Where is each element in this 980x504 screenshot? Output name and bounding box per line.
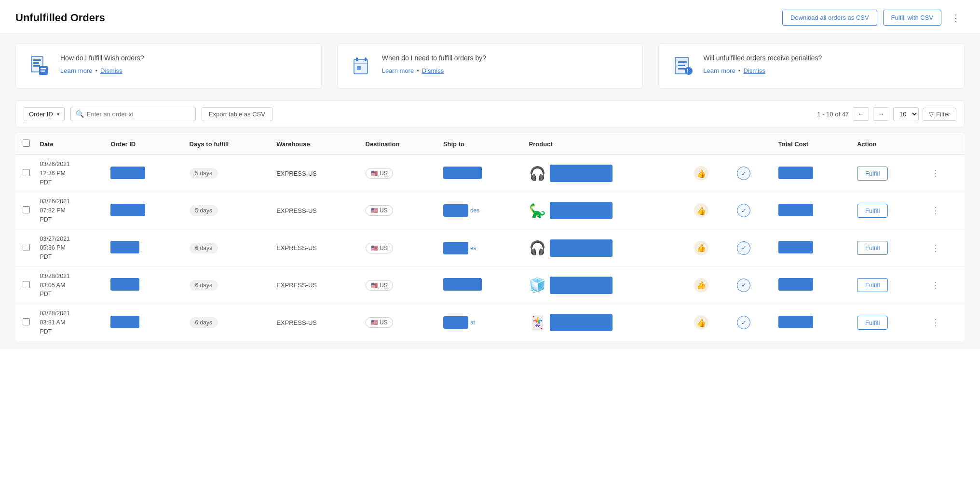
header-ship-to: Ship to bbox=[438, 134, 524, 155]
export-csv-button[interactable]: Export table as CSV bbox=[202, 107, 272, 121]
row3-check-icon[interactable]: ✓ bbox=[737, 241, 750, 255]
svg-rect-6 bbox=[41, 70, 45, 72]
svg-rect-1 bbox=[33, 59, 41, 61]
row3-thumb-icon[interactable]: 👍 bbox=[694, 241, 708, 255]
row5-thumb-icon[interactable]: 👍 bbox=[694, 315, 708, 330]
row1-checkbox[interactable] bbox=[23, 169, 30, 176]
row1-warehouse: EXPRESS-US bbox=[272, 154, 360, 192]
row5-ship-to: at bbox=[438, 304, 524, 341]
info-card-1-icon bbox=[27, 54, 53, 79]
info-card-3-dot: • bbox=[738, 67, 741, 74]
row3-warehouse-text: EXPRESS-US bbox=[276, 244, 317, 252]
row4-warehouse: EXPRESS-US bbox=[272, 266, 360, 304]
header-more-icon[interactable]: ⋮ bbox=[947, 10, 965, 26]
filter-button[interactable]: ▽ Filter bbox=[923, 108, 956, 121]
row4-order-id-block bbox=[110, 278, 139, 291]
info-card-2-learn-more[interactable]: Learn more bbox=[382, 67, 414, 74]
svg-rect-5 bbox=[41, 68, 46, 70]
row5-check-icon[interactable]: ✓ bbox=[737, 316, 750, 329]
row2-checkbox-cell bbox=[16, 192, 35, 229]
row5-more-icon[interactable]: ⋮ bbox=[929, 318, 942, 327]
row3-days: 6 days bbox=[185, 229, 272, 266]
row5-date: 03/28/202103:31 AMPDT bbox=[35, 304, 106, 341]
row5-fulfill-button[interactable]: Fulfill bbox=[857, 316, 888, 330]
row5-order-id bbox=[106, 304, 184, 341]
info-card-2: When do I need to fulfill orders by? Lea… bbox=[337, 43, 643, 89]
fulfill-csv-button[interactable]: Fulfill with CSV bbox=[883, 10, 941, 26]
svg-rect-2 bbox=[33, 62, 39, 64]
row3-more-icon[interactable]: ⋮ bbox=[929, 243, 942, 253]
row4-checkbox[interactable] bbox=[23, 281, 30, 288]
row1-ship-to-block bbox=[443, 167, 482, 179]
search-input[interactable] bbox=[87, 111, 191, 118]
svg-rect-14 bbox=[678, 65, 685, 66]
row1-order-id-block bbox=[110, 167, 145, 179]
row4-check-icon[interactable]: ✓ bbox=[737, 279, 750, 292]
row5-product: 🃏 bbox=[524, 304, 690, 341]
row1-thumb-icon[interactable]: 👍 bbox=[694, 166, 708, 181]
row2-cost bbox=[774, 192, 852, 229]
info-card-3-learn-more[interactable]: Learn more bbox=[703, 67, 735, 74]
select-all-checkbox[interactable] bbox=[23, 140, 30, 147]
row3-days-badge: 6 days bbox=[190, 243, 218, 253]
row5-ship-link[interactable]: at bbox=[470, 319, 475, 326]
row1-more-icon[interactable]: ⋮ bbox=[929, 168, 942, 178]
info-card-1-learn-more[interactable]: Learn more bbox=[60, 67, 92, 74]
row5-days: 6 days bbox=[185, 304, 272, 341]
row4-thumb-icon[interactable]: 👍 bbox=[694, 278, 708, 293]
info-card-3: ! Will unfulfilled orders receive penalt… bbox=[658, 43, 965, 89]
info-card-3-dismiss[interactable]: Dismiss bbox=[743, 67, 765, 74]
row4-more-icon[interactable]: ⋮ bbox=[929, 280, 942, 290]
row2-checkbox[interactable] bbox=[23, 206, 30, 213]
row3-fulfill-button[interactable]: Fulfill bbox=[857, 241, 888, 255]
row3-ship-to: es bbox=[438, 229, 524, 266]
order-id-filter[interactable]: Order ID ▾ bbox=[24, 107, 65, 121]
page-size-select[interactable]: 10 25 50 bbox=[893, 107, 919, 121]
info-card-1-content: How do I fulfill Wish orders? Learn more… bbox=[60, 54, 310, 74]
header-date: Date bbox=[35, 134, 106, 155]
download-csv-button[interactable]: Download all orders as CSV bbox=[782, 10, 877, 26]
row2-more-icon[interactable]: ⋮ bbox=[929, 206, 942, 215]
row2-fulfill-button[interactable]: Fulfill bbox=[857, 204, 888, 218]
row5-ship-block bbox=[443, 316, 468, 329]
info-card-2-dismiss[interactable]: Dismiss bbox=[422, 67, 444, 74]
search-icon: 🔍 bbox=[76, 110, 84, 118]
row2-days: 5 days bbox=[185, 192, 272, 229]
row3-action: Fulfill bbox=[852, 229, 925, 266]
header-product: Product bbox=[524, 134, 690, 155]
row4-fulfill-button[interactable]: Fulfill bbox=[857, 278, 888, 292]
row2-thumb-icon[interactable]: 👍 bbox=[694, 203, 708, 218]
header-order-id: Order ID bbox=[106, 134, 184, 155]
info-card-2-dot: • bbox=[417, 67, 419, 74]
row1-ship-to bbox=[438, 154, 524, 192]
row5-action: Fulfill bbox=[852, 304, 925, 341]
info-card-1-dismiss[interactable]: Dismiss bbox=[100, 67, 122, 74]
info-card-2-title: When do I need to fulfill orders by? bbox=[382, 54, 631, 63]
row3-ship-link[interactable]: es bbox=[470, 245, 476, 252]
row2-ship-link[interactable]: des bbox=[470, 207, 479, 214]
table-row: 03/27/202105:36 PMPDT 6 days EXPRESS-US … bbox=[16, 229, 965, 266]
header-destination: Destination bbox=[361, 134, 438, 155]
row4-destination-badge: 🇺🇸 US bbox=[366, 280, 393, 291]
row5-checkbox[interactable] bbox=[23, 318, 30, 325]
next-page-button[interactable]: → bbox=[873, 107, 889, 121]
row3-checkbox[interactable] bbox=[23, 244, 30, 251]
header-days-to-fulfill: Days to fulfill bbox=[185, 134, 272, 155]
row1-order-id bbox=[106, 154, 184, 192]
info-card-3-content: Will unfulfilled orders receive penaltie… bbox=[703, 54, 953, 74]
prev-page-button[interactable]: ← bbox=[853, 107, 869, 121]
row1-fulfill-button[interactable]: Fulfill bbox=[857, 167, 888, 181]
svg-rect-10 bbox=[354, 63, 368, 64]
row4-order-id bbox=[106, 266, 184, 304]
row5-cost bbox=[774, 304, 852, 341]
svg-rect-9 bbox=[365, 57, 367, 61]
row5-check-cell: ✓ bbox=[732, 304, 773, 341]
row2-destination: 🇺🇸 US bbox=[361, 192, 438, 229]
row1-check-icon[interactable]: ✓ bbox=[737, 167, 750, 180]
table-header-row: Date Order ID Days to fulfill Warehouse … bbox=[16, 134, 965, 155]
row3-product-image: 🎧 bbox=[529, 240, 546, 256]
row2-check-icon[interactable]: ✓ bbox=[737, 204, 750, 217]
table-row: 03/26/202107:32 PMPDT 5 days EXPRESS-US … bbox=[16, 192, 965, 229]
filter-icon: ▽ bbox=[929, 111, 934, 118]
row2-product-image: 🦕 bbox=[529, 203, 546, 219]
